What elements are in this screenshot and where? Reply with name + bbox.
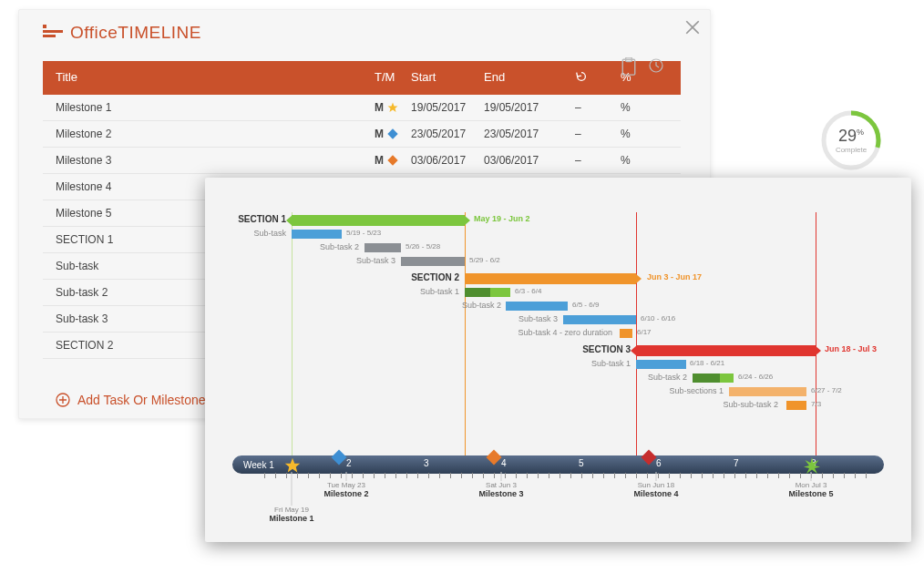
task-bar[interactable]	[364, 243, 401, 252]
svg-rect-1	[43, 30, 63, 33]
timeline-axis: Week 1 2 3 4 5 6 7 8	[232, 455, 884, 474]
axis-label: Week 1	[243, 460, 274, 470]
task-lbl: Sub-task 3	[356, 256, 395, 265]
axis-minor-ticks	[232, 473, 884, 480]
milestone-marker[interactable]	[284, 457, 299, 472]
hdr-start: Start	[411, 70, 484, 86]
app-logo-icon	[43, 25, 63, 41]
table-header: Title T/M Start End %	[43, 61, 681, 95]
milestone-connector	[292, 472, 293, 506]
task-bar[interactable]	[506, 302, 568, 311]
section1-range: May 19 - Jun 2	[474, 214, 530, 223]
cell-title: Milestone 3	[56, 154, 375, 167]
brand-timeline: TIMELINE	[118, 23, 201, 42]
task-bar[interactable]	[786, 401, 806, 410]
topright	[684, 19, 701, 36]
hdr-end: End	[484, 70, 575, 86]
milestone-marker[interactable]	[494, 457, 508, 472]
hdr-title: Title	[56, 70, 375, 86]
hdr-tm: T/M	[375, 70, 411, 86]
task-bar[interactable]	[490, 288, 510, 297]
milestone-label: Sat Jun 3Milestone 3	[478, 481, 523, 498]
task-lbl: Sub-task 2	[320, 242, 359, 251]
task-bar[interactable]	[636, 360, 686, 369]
section1-label: SECTION 1	[238, 214, 286, 224]
cell-pct: %	[621, 101, 657, 114]
milestone-connector	[656, 472, 657, 481]
milestone-marker[interactable]	[339, 457, 354, 472]
section2-label: SECTION 2	[411, 272, 459, 282]
milestone-marker[interactable]	[649, 457, 663, 472]
table-row[interactable]: Milestone 2M23/05/201723/05/2017–%	[43, 121, 681, 148]
cell-start: 19/05/2017	[411, 101, 484, 114]
svg-marker-13	[804, 457, 820, 474]
section3-bar[interactable]	[636, 345, 816, 356]
cell-dur: –	[575, 101, 621, 114]
cell-end: 19/05/2017	[484, 101, 575, 114]
milestone-marker[interactable]	[804, 457, 818, 472]
cell-tm: M	[375, 128, 411, 140]
cell-pct: %	[621, 154, 657, 167]
history-icon[interactable]	[648, 57, 664, 74]
cell-title: Milestone 1	[56, 101, 375, 114]
cell-dur: –	[575, 154, 621, 167]
milestone-label: Fri May 19Milestone 1	[269, 506, 313, 523]
cell-tm: M	[375, 154, 411, 167]
cell-pct: %	[621, 128, 657, 140]
section2-bar[interactable]	[465, 273, 636, 284]
svg-rect-0	[43, 25, 46, 28]
milestone-label: Sun Jun 18Milestone 4	[633, 481, 678, 498]
milestone-connector	[811, 472, 812, 481]
section3-range: Jun 18 - Jul 3	[825, 344, 877, 353]
task-bar[interactable]	[729, 387, 806, 396]
task-bar[interactable]	[720, 373, 734, 383]
cell-end: 23/05/2017	[484, 128, 575, 140]
brand-text: OfficeTIMELINE	[70, 23, 201, 43]
progress-pct: 29%	[838, 127, 864, 146]
svg-marker-6	[388, 103, 398, 113]
cell-title: Milestone 2	[56, 128, 375, 140]
task-bar[interactable]	[401, 257, 465, 266]
clipboard-icon[interactable]	[621, 57, 637, 74]
svg-rect-7	[387, 128, 397, 138]
task-bar[interactable]	[292, 230, 342, 239]
task-bar[interactable]	[563, 315, 636, 324]
task-bar[interactable]	[693, 373, 720, 383]
brand-row: OfficeTIMELINE	[19, 10, 710, 52]
section1-bar[interactable]	[292, 215, 465, 226]
milestone-connector	[501, 472, 502, 481]
svg-marker-12	[285, 458, 301, 473]
add-task-button[interactable]: Add Task Or Milestone	[56, 393, 206, 407]
task-bar[interactable]	[465, 288, 490, 297]
progress-label: Complete	[836, 146, 867, 154]
add-label: Add Task Or Milestone	[77, 393, 206, 407]
task-bar[interactable]	[620, 329, 632, 338]
milestone-label: Mon Jul 3Milestone 5	[788, 481, 833, 498]
cell-start: 03/06/2017	[411, 154, 484, 167]
svg-rect-2	[43, 35, 56, 37]
cell-dur: –	[575, 128, 621, 140]
hdr-dur	[575, 70, 621, 86]
cell-start: 23/05/2017	[411, 128, 484, 140]
brand-office: Office	[70, 23, 118, 42]
cell-tm: M	[375, 101, 411, 114]
progress-ring: 29% Complete	[815, 109, 888, 171]
svg-rect-8	[387, 155, 397, 165]
section3-label: SECTION 3	[582, 344, 631, 354]
section2-range: Jun 3 - Jun 17	[647, 272, 702, 281]
cell-end: 03/06/2017	[484, 154, 575, 167]
plus-circle-icon	[56, 393, 70, 407]
gantt-panel: SECTION 1 May 19 - Jun 2 Sub-task 5/19 -…	[205, 178, 911, 542]
milestone-label: Tue May 23Milestone 2	[323, 481, 368, 498]
close-icon[interactable]	[684, 19, 701, 36]
task-lbl: Sub-task	[253, 229, 286, 238]
table-row[interactable]: Milestone 1M19/05/201719/05/2017–%	[43, 95, 681, 121]
table-row[interactable]: Milestone 3M03/06/201703/06/2017–%	[43, 148, 681, 174]
milestone-connector	[346, 472, 347, 481]
